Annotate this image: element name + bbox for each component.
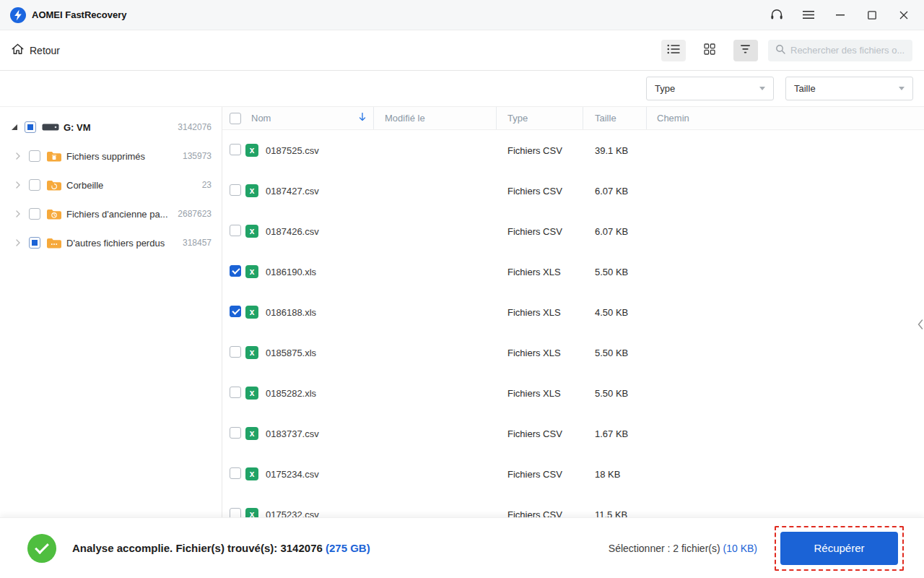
row-checkbox[interactable] bbox=[230, 508, 241, 518]
column-header-name[interactable]: Nom bbox=[245, 107, 374, 129]
sidebar-tree-children: Fichiers supprimés 135973 Corbeille 23 F… bbox=[0, 142, 222, 257]
table-row[interactable]: x 0187427.csv Fichiers CSV 6.07 KB bbox=[222, 171, 924, 211]
tree-item-checkbox[interactable] bbox=[29, 208, 40, 220]
folder-icon bbox=[46, 179, 62, 191]
back-button[interactable]: Retour bbox=[12, 43, 60, 57]
tree-collapsed-arrow-icon[interactable] bbox=[16, 239, 20, 246]
column-header-size[interactable]: Taille bbox=[583, 107, 647, 129]
search-box bbox=[768, 40, 912, 61]
toolbar: Retour bbox=[0, 30, 924, 71]
search-input[interactable] bbox=[790, 45, 905, 56]
row-checkbox[interactable] bbox=[230, 225, 241, 236]
file-icon-glyph: x bbox=[250, 308, 255, 316]
table-row[interactable]: x 0187426.csv Fichiers CSV 6.07 KB bbox=[222, 211, 924, 251]
file-type: Fichiers CSV bbox=[497, 509, 583, 518]
folder-icon bbox=[46, 208, 62, 220]
close-button[interactable] bbox=[888, 0, 920, 30]
file-type: Fichiers XLS bbox=[497, 267, 583, 277]
row-checkbox[interactable] bbox=[230, 346, 241, 358]
tree-item-checkbox[interactable] bbox=[29, 237, 40, 249]
size-filter-dropdown[interactable]: Taille bbox=[785, 77, 913, 100]
row-checkbox[interactable] bbox=[230, 265, 241, 277]
type-filter-dropdown[interactable]: Type bbox=[646, 77, 774, 100]
drive-checkbox[interactable] bbox=[25, 121, 36, 133]
table-row[interactable]: x 0186190.xls Fichiers XLS 5.50 KB bbox=[222, 251, 924, 292]
file-size: 39.1 KB bbox=[583, 145, 647, 156]
file-name: 0185875.xls bbox=[266, 348, 374, 358]
table-row[interactable]: x 0175234.csv Fichiers CSV 18 KB bbox=[222, 454, 924, 494]
excel-file-icon: x bbox=[245, 144, 258, 157]
file-name: 0175232.csv bbox=[266, 509, 374, 518]
collapse-panel-chevron-icon[interactable] bbox=[918, 319, 923, 329]
tree-item-checkbox[interactable] bbox=[29, 150, 40, 162]
maximize-button[interactable] bbox=[856, 0, 888, 30]
list-view-icon bbox=[667, 44, 680, 57]
file-size: 1.67 KB bbox=[583, 428, 647, 439]
file-type: Fichiers CSV bbox=[497, 186, 583, 197]
drive-count: 3142076 bbox=[178, 122, 212, 132]
row-checkbox[interactable] bbox=[230, 427, 241, 439]
home-icon bbox=[12, 43, 24, 57]
filter-row: Type Taille bbox=[0, 71, 924, 107]
excel-file-icon: x bbox=[245, 427, 258, 440]
folder-icon bbox=[46, 237, 62, 249]
file-size: 11.5 KB bbox=[583, 509, 647, 518]
table-header: Nom Modifié le Type Taille Chemin bbox=[222, 107, 924, 130]
column-header-path[interactable]: Chemin bbox=[647, 107, 924, 129]
support-headset-button[interactable] bbox=[761, 0, 793, 30]
sidebar-tree-item[interactable]: D'autres fichiers perdus 318457 bbox=[0, 228, 222, 257]
sidebar-tree: G: VM 3142076 Fichiers supprimés 135973 … bbox=[0, 107, 222, 517]
row-checkbox[interactable] bbox=[230, 467, 241, 479]
table-row[interactable]: x 0187525.csv Fichiers CSV 39.1 KB bbox=[222, 130, 924, 171]
tree-item-label: Corbeille bbox=[66, 180, 103, 191]
list-view-button[interactable] bbox=[661, 40, 686, 61]
file-icon-glyph: x bbox=[250, 348, 255, 357]
success-check-icon bbox=[27, 534, 56, 563]
tree-item-count: 135973 bbox=[183, 151, 212, 161]
tree-item-label: Fichiers supprimés bbox=[66, 151, 145, 162]
menu-button[interactable] bbox=[793, 0, 824, 30]
filter-icon bbox=[740, 44, 751, 57]
sort-descending-icon[interactable] bbox=[359, 113, 366, 124]
tree-item-checkbox[interactable] bbox=[29, 179, 40, 191]
excel-file-icon: x bbox=[245, 225, 258, 238]
tree-collapsed-arrow-icon[interactable] bbox=[16, 181, 20, 189]
sidebar-tree-item[interactable]: Fichiers supprimés 135973 bbox=[0, 142, 222, 171]
select-all-checkbox[interactable] bbox=[230, 113, 241, 124]
file-size: 5.50 KB bbox=[583, 267, 647, 277]
excel-file-icon: x bbox=[245, 184, 258, 197]
sidebar-tree-item[interactable]: Corbeille 23 bbox=[0, 171, 222, 199]
file-name: 0187525.csv bbox=[266, 145, 374, 156]
tree-expand-arrow-icon[interactable] bbox=[12, 124, 17, 130]
file-type: Fichiers CSV bbox=[497, 226, 583, 237]
file-name: 0183737.csv bbox=[266, 428, 374, 439]
row-checkbox[interactable] bbox=[230, 387, 241, 398]
row-checkbox[interactable] bbox=[230, 306, 241, 317]
row-checkbox[interactable] bbox=[230, 144, 241, 155]
table-row[interactable]: x 0186188.xls Fichiers XLS 4.50 KB bbox=[222, 292, 924, 332]
table-row[interactable]: x 0175232.csv Fichiers CSV 11.5 KB bbox=[222, 494, 924, 517]
drive-label: G: VM bbox=[64, 122, 91, 133]
file-icon-glyph: x bbox=[250, 389, 255, 397]
grid-view-button[interactable] bbox=[697, 40, 722, 61]
sidebar-tree-item[interactable]: Fichiers d'ancienne pa... 2687623 bbox=[0, 199, 222, 228]
row-checkbox[interactable] bbox=[230, 184, 241, 196]
column-header-modified[interactable]: Modifié le bbox=[374, 107, 497, 129]
table-row[interactable]: x 0185875.xls Fichiers XLS 5.50 KB bbox=[222, 332, 924, 373]
chevron-down-icon bbox=[759, 87, 765, 90]
table-row[interactable]: x 0183737.csv Fichiers CSV 1.67 KB bbox=[222, 413, 924, 454]
tree-item-label: Fichiers d'ancienne pa... bbox=[66, 209, 168, 220]
file-icon-glyph: x bbox=[250, 470, 255, 478]
scan-total-size: (275 GB) bbox=[326, 542, 370, 554]
sidebar-item-drive[interactable]: G: VM 3142076 bbox=[0, 113, 222, 142]
column-header-type[interactable]: Type bbox=[497, 107, 583, 129]
table-row[interactable]: x 0185282.xls Fichiers XLS 5.50 KB bbox=[222, 373, 924, 413]
file-name: 0186188.xls bbox=[266, 307, 374, 318]
minimize-button[interactable] bbox=[824, 0, 856, 30]
tree-collapsed-arrow-icon[interactable] bbox=[16, 210, 20, 217]
tree-collapsed-arrow-icon[interactable] bbox=[16, 152, 20, 160]
excel-file-icon: x bbox=[245, 346, 258, 359]
recover-button[interactable]: Récupérer bbox=[780, 532, 898, 565]
filter-button[interactable] bbox=[733, 40, 758, 61]
file-size: 18 KB bbox=[583, 469, 647, 480]
